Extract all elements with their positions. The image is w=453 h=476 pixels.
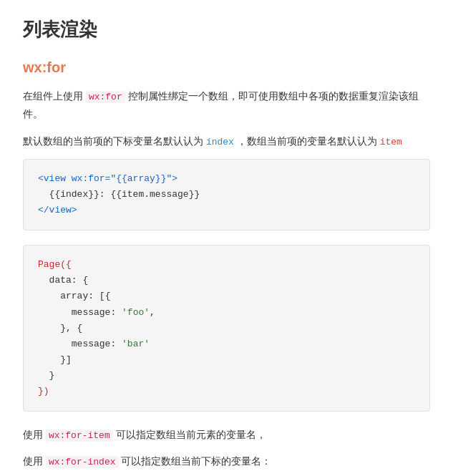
array-keyword: array: [{ xyxy=(60,291,110,301)
code-line-data: data: { xyxy=(38,273,415,288)
comma1: , xyxy=(150,307,155,318)
page-end: }) xyxy=(38,386,49,397)
desc2-text2: ，数组当前项的变量名默认认为 xyxy=(234,135,380,147)
desc1-code1: wx:for xyxy=(86,91,125,103)
desc4-after: 可以指定数组当前下标的变量名： xyxy=(119,455,272,467)
code-line-end: }) xyxy=(38,384,415,399)
code-line-msg1: message: 'foo', xyxy=(38,305,415,321)
desc4-code1: wx:for-index xyxy=(46,456,119,468)
code-line-3: </view> xyxy=(38,203,415,218)
wxfor-heading: wx:for xyxy=(23,59,430,76)
desc3-before: 使用 xyxy=(23,429,46,440)
code-text-1: {{index}}: {{item.message}} xyxy=(38,189,200,200)
msg-val1: 'foo' xyxy=(122,307,150,318)
code-line-1: <view wx:for="{{array}}"> xyxy=(38,171,415,187)
page-title: 列表渲染 xyxy=(23,17,430,42)
message-prop2: message: xyxy=(72,339,122,349)
code-line-close1: }, { xyxy=(38,321,415,336)
close-brace3: } xyxy=(49,370,55,381)
desc2-var1: index xyxy=(206,137,234,147)
code-line-close2: }] xyxy=(38,352,415,368)
tag-open-1: <view wx:for="{{array}}"> xyxy=(38,173,177,184)
msg-val2: 'bar' xyxy=(122,339,150,349)
code-line-page: Page({ xyxy=(38,257,415,273)
desc-1: 在组件上使用 wx:for 控制属性绑定一个数组，即可使用数组中各项的数据重复渲… xyxy=(23,87,430,124)
desc3-after: 可以指定数组当前元素的变量名， xyxy=(113,429,266,440)
message-prop1: message: xyxy=(72,307,122,318)
desc2-text1: 默认数组的当前项的下标变量名默认认为 xyxy=(23,135,206,147)
code-line-close3: } xyxy=(38,368,415,384)
code-line-array: array: [{ xyxy=(38,288,415,304)
page-keyword: Page({ xyxy=(38,259,72,270)
code-line-msg2: message: 'bar' xyxy=(38,336,415,352)
tag-close-1: </view> xyxy=(38,205,77,215)
desc2-var2: item xyxy=(380,137,402,147)
desc-3: 使用 wx:for-item 可以指定数组当前元素的变量名， xyxy=(23,426,430,444)
code-block-1: <view wx:for="{{array}}"> {{index}}: {{i… xyxy=(23,159,430,230)
data-keyword: data: { xyxy=(49,275,89,286)
desc-4: 使用 wx:for-index 可以指定数组当前下标的变量名： xyxy=(23,452,430,470)
desc1-before: 在组件上使用 xyxy=(23,90,86,102)
code-block-2: Page({ data: { array: [{ message: 'foo',… xyxy=(23,245,430,412)
desc-2: 默认数组的当前项的下标变量名默认认为 index ，数组当前项的变量名默认认为 … xyxy=(23,132,430,150)
close-brace1: }, { xyxy=(60,323,82,334)
code-line-2: {{index}}: {{item.message}} xyxy=(38,187,415,203)
wxfor-section: wx:for 在组件上使用 wx:for 控制属性绑定一个数组，即可使用数组中各… xyxy=(23,59,430,150)
desc4-before: 使用 xyxy=(23,455,46,467)
desc3-code1: wx:for-item xyxy=(46,429,113,442)
close-brace2: }] xyxy=(60,354,72,365)
